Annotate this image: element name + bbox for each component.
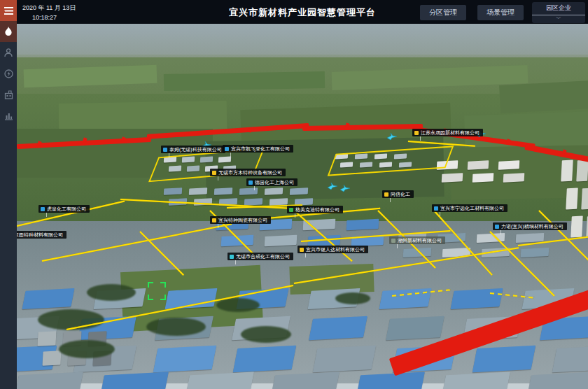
- company-type-icon: [225, 147, 229, 151]
- company-label[interactable]: 潮州新材料有限公司: [389, 236, 445, 244]
- plane-marker-icon[interactable]: [340, 183, 350, 195]
- company-label-text: 宜兴市银人达材料有限公司: [306, 247, 365, 252]
- building: [271, 372, 340, 389]
- menu-toggle-button[interactable]: [0, 0, 17, 21]
- company-label[interactable]: 德国化工上海公司: [246, 178, 298, 186]
- sidebar-item-energy[interactable]: [0, 63, 17, 84]
- company-label[interactable]: 兴市巨图特种材料有限公司: [17, 231, 66, 239]
- building: [214, 188, 232, 194]
- building: [468, 160, 489, 170]
- sidebar-item-enterprise[interactable]: [0, 84, 17, 105]
- tree-canopy: [335, 292, 370, 304]
- building: [472, 346, 536, 373]
- company-type-icon: [212, 171, 216, 175]
- building: [313, 346, 377, 373]
- building: [265, 235, 298, 246]
- company-type-icon: [434, 206, 438, 211]
- building: [186, 372, 254, 389]
- company-label-text: 江苏永晟园新材料有限公司: [421, 130, 479, 135]
- tree-canopy: [87, 284, 136, 301]
- building: [516, 233, 545, 243]
- company-label[interactable]: 同信化工: [382, 190, 414, 198]
- plane-marker-icon[interactable]: [387, 131, 397, 143]
- park-enterprise-dropdown[interactable]: 园区企业 ﹀: [532, 2, 585, 23]
- terrain-patch: [499, 80, 588, 113]
- company-type-icon: [230, 255, 234, 259]
- company-label-text: 力诺(宜兴)精细材料有限公司: [501, 224, 564, 229]
- zone-management-button[interactable]: 分区管理: [420, 5, 466, 20]
- sidebar-item-personnel[interactable]: [0, 42, 17, 63]
- building: [472, 173, 494, 183]
- building: [442, 372, 510, 389]
- scene-management-button[interactable]: 场景管理: [477, 5, 524, 20]
- building: [37, 331, 56, 346]
- building: [552, 346, 588, 373]
- company-type-icon: [212, 218, 216, 222]
- company-label[interactable]: 虎皇化工有限公司: [38, 205, 90, 213]
- terrain-patch: [164, 71, 325, 91]
- bar-chart-icon: [4, 111, 13, 120]
- building: [503, 173, 525, 183]
- building: [22, 288, 74, 309]
- building: [576, 160, 588, 182]
- factory-icon: [4, 90, 13, 99]
- building: [189, 188, 207, 194]
- flame-icon: [4, 27, 13, 36]
- company-label[interactable]: 宜兴市宁远化工材料有限公司: [432, 204, 507, 212]
- energy-meter-icon: [4, 69, 13, 78]
- building: [527, 372, 588, 389]
- building: [346, 219, 379, 230]
- company-label-text: 德国化工上海公司: [255, 180, 294, 185]
- company-label[interactable]: 宜兴市银人达材料有限公司: [298, 246, 368, 253]
- building: [521, 248, 550, 257]
- company-label[interactable]: 江苏永晟园新材料有限公司: [412, 129, 483, 136]
- company-type-icon: [300, 248, 304, 252]
- sidebar-item-statistics[interactable]: [0, 105, 17, 126]
- company-label[interactable]: 宜兴市凯飞登化工有限公司: [223, 145, 293, 153]
- company-label[interactable]: 泰姆(无锡)科技有限公司: [161, 146, 225, 153]
- terrain-patch: [59, 101, 227, 132]
- company-label-text: 潮州新材料有限公司: [398, 238, 442, 243]
- building: [566, 188, 578, 210]
- building: [386, 316, 444, 340]
- company-label[interactable]: 格美克迪特有限公司: [287, 206, 343, 213]
- building: [498, 160, 520, 170]
- top-header: 2020 年 11 月 13日 10:18:27 宜兴市新材料产业园智慧管理平台…: [17, 0, 588, 24]
- company-label-text: 格美克迪特有限公司: [295, 207, 340, 212]
- building: [164, 188, 182, 194]
- building: [265, 188, 283, 194]
- tree-canopy: [216, 298, 260, 312]
- company-label-text: 无锡市方木特种设备有限公司: [218, 170, 282, 175]
- building: [581, 188, 588, 210]
- company-label[interactable]: 宜兴特种陶瓷有限公司: [210, 216, 271, 224]
- plane-marker-icon[interactable]: [328, 181, 337, 193]
- building: [303, 219, 336, 230]
- company-type-icon: [248, 181, 253, 185]
- company-label[interactable]: 力诺(宜兴)精细材料有限公司: [493, 222, 567, 230]
- company-type-icon: [391, 239, 396, 243]
- tree-canopy: [146, 318, 206, 336]
- company-label-text: 虎皇化工有限公司: [47, 206, 86, 211]
- company-type-icon: [41, 207, 45, 211]
- menu-icon: [4, 7, 13, 15]
- company-label-text: 同信化工: [391, 192, 410, 197]
- sidebar-item-fire[interactable]: [0, 21, 17, 42]
- building: [442, 173, 463, 183]
- company-type-icon: [495, 225, 499, 229]
- map-3d-view[interactable]: 泰姆(无锡)科技有限公司宜兴市凯飞登化工有限公司无锡市方木特种设备有限公司德国化…: [17, 24, 588, 389]
- company-label[interactable]: 无锡市方木特种设备有限公司: [210, 169, 286, 176]
- company-label-text: 宜兴市凯飞登化工有限公司: [231, 146, 290, 151]
- company-label[interactable]: 无锡市合成化工有限公司: [227, 253, 293, 260]
- building: [17, 372, 83, 389]
- building: [42, 351, 61, 365]
- company-label-text: 无锡市合成化工有限公司: [236, 254, 290, 259]
- building: [100, 372, 169, 389]
- building: [164, 288, 217, 309]
- building: [153, 346, 217, 373]
- building: [290, 188, 308, 194]
- company-type-icon: [163, 148, 167, 152]
- building: [356, 372, 425, 389]
- company-type-icon: [414, 131, 419, 135]
- tree-canopy: [241, 326, 291, 343]
- building: [570, 216, 583, 238]
